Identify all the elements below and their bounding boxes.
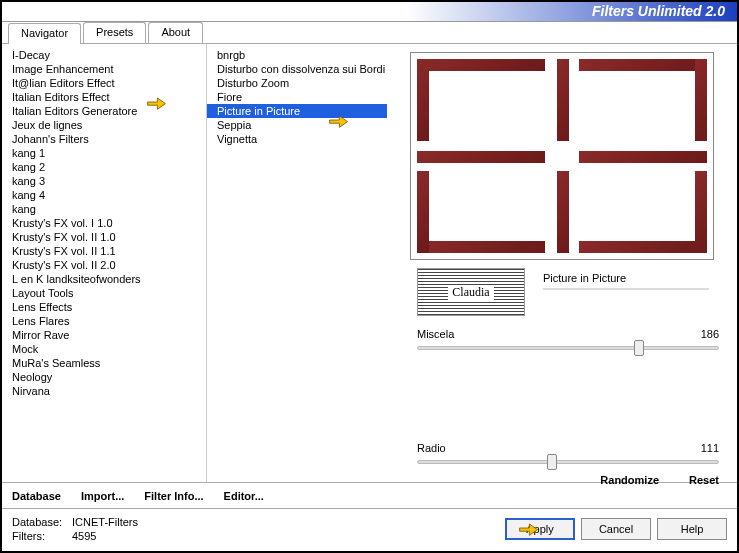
separator xyxy=(543,288,709,290)
slider-radio[interactable]: Radio 111 xyxy=(417,442,719,464)
apply-button[interactable]: Apply xyxy=(505,518,575,540)
category-item[interactable]: Image Enhancement xyxy=(2,62,206,76)
category-item[interactable]: It@lian Editors Effect xyxy=(2,76,206,90)
filter-item[interactable]: Fiore xyxy=(207,90,387,104)
category-item[interactable]: kang 1 xyxy=(2,146,206,160)
current-filter-name: Picture in Picture xyxy=(543,272,626,284)
slider-thumb[interactable] xyxy=(634,340,644,356)
slider-thumb[interactable] xyxy=(547,454,557,470)
category-list[interactable]: I-DecayImage EnhancementIt@lian Editors … xyxy=(2,44,207,482)
slider-label: Miscela xyxy=(417,328,454,340)
main-area: I-DecayImage EnhancementIt@lian Editors … xyxy=(2,44,737,482)
filter-item[interactable]: Picture in Picture xyxy=(207,104,387,118)
db-label: Database: xyxy=(12,515,72,529)
filter-list[interactable]: bnrgbDisturbo con dissolvenza sui BordiD… xyxy=(207,44,387,482)
toolbar-bottom-2: Database:ICNET-Filters Filters:4595 Appl… xyxy=(2,508,737,548)
category-item[interactable]: Krusty's FX vol. II 1.1 xyxy=(2,244,206,258)
category-item[interactable]: Italian Editors Generatore xyxy=(2,104,206,118)
filters-count: 4595 xyxy=(72,530,96,542)
watermark-logo: Claudia xyxy=(417,268,525,316)
category-item[interactable]: Krusty's FX vol. I 1.0 xyxy=(2,216,206,230)
watermark-text: Claudia xyxy=(448,285,493,300)
category-item[interactable]: Krusty's FX vol. II 1.0 xyxy=(2,230,206,244)
right-pane: Claudia Picture in Picture Miscela 186 R… xyxy=(387,44,737,482)
category-item[interactable]: MuRa's Seamless xyxy=(2,356,206,370)
tab-navigator[interactable]: Navigator xyxy=(8,23,81,44)
category-item[interactable]: L en K landksiteofwonders xyxy=(2,272,206,286)
reset-button[interactable]: Reset xyxy=(689,474,719,486)
slider-value: 111 xyxy=(701,442,719,454)
title-bar: Filters Unlimited 2.0 xyxy=(2,2,737,22)
category-item[interactable]: Johann's Filters xyxy=(2,132,206,146)
category-item[interactable]: kang xyxy=(2,202,206,216)
slider-value: 186 xyxy=(701,328,719,340)
category-item[interactable]: kang 2 xyxy=(2,160,206,174)
category-item[interactable]: I-Decay xyxy=(2,48,206,62)
category-item[interactable]: Krusty's FX vol. II 2.0 xyxy=(2,258,206,272)
database-button[interactable]: Database xyxy=(12,490,61,502)
randomize-button[interactable]: Randomize xyxy=(600,474,659,486)
filter-item[interactable]: Seppia xyxy=(207,118,387,132)
tab-presets[interactable]: Presets xyxy=(83,22,146,43)
category-item[interactable]: Neology xyxy=(2,370,206,384)
category-item[interactable]: Lens Flares xyxy=(2,314,206,328)
filters-label: Filters: xyxy=(12,529,72,543)
slider-label: Radio xyxy=(417,442,446,454)
category-item[interactable]: kang 4 xyxy=(2,188,206,202)
category-item[interactable]: Jeux de lignes xyxy=(2,118,206,132)
slider-miscela[interactable]: Miscela 186 xyxy=(417,328,719,350)
cancel-button[interactable]: Cancel xyxy=(581,518,651,540)
category-item[interactable]: Mock xyxy=(2,342,206,356)
randomize-reset-row: Randomize Reset xyxy=(600,474,719,486)
filterinfo-button[interactable]: Filter Info... xyxy=(144,490,203,502)
filter-item[interactable]: Vignetta xyxy=(207,132,387,146)
editor-button[interactable]: Editor... xyxy=(224,490,264,502)
preview-image xyxy=(410,52,714,260)
slider-track[interactable] xyxy=(417,346,719,350)
app-title: Filters Unlimited 2.0 xyxy=(592,3,725,19)
filter-item[interactable]: Disturbo con dissolvenza sui Bordi xyxy=(207,62,387,76)
help-button[interactable]: Help xyxy=(657,518,727,540)
category-item[interactable]: Nirvana xyxy=(2,384,206,398)
import-button[interactable]: Import... xyxy=(81,490,124,502)
category-item[interactable]: Mirror Rave xyxy=(2,328,206,342)
filter-item[interactable]: bnrgb xyxy=(207,48,387,62)
tab-bar: Navigator Presets About xyxy=(2,22,737,44)
tab-about[interactable]: About xyxy=(148,22,203,43)
category-item[interactable]: kang 3 xyxy=(2,174,206,188)
category-item[interactable]: Lens Effects xyxy=(2,300,206,314)
category-item[interactable]: Italian Editors Effect xyxy=(2,90,206,104)
db-name: ICNET-Filters xyxy=(72,516,138,528)
filter-item[interactable]: Disturbo Zoom xyxy=(207,76,387,90)
category-item[interactable]: Layout Tools xyxy=(2,286,206,300)
db-info: Database:ICNET-Filters Filters:4595 xyxy=(12,515,138,543)
slider-track[interactable] xyxy=(417,460,719,464)
